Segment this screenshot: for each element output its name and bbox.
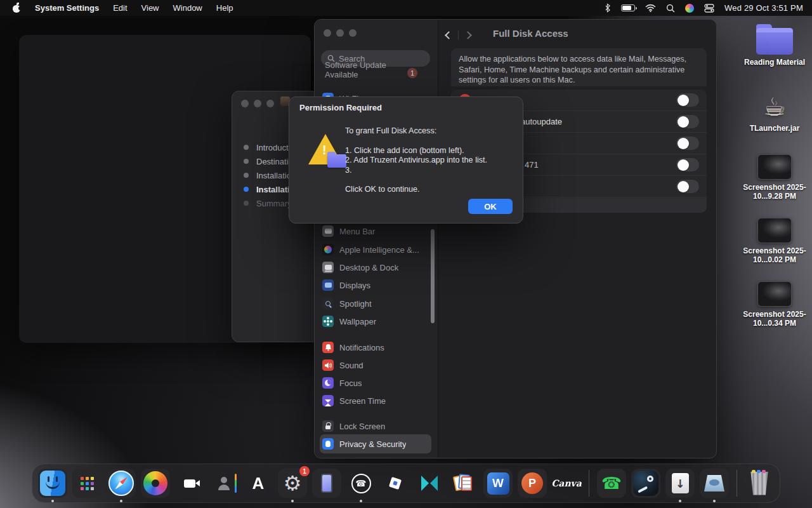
facetime-camera-icon [184,479,195,488]
sidebar-item-privacy-security[interactable]: Privacy & Security [322,436,431,451]
desktop-icon-tlauncher[interactable]: ☕ TLauncher.jar [733,93,812,133]
menu-item-view[interactable]: View [141,3,159,13]
screenshot-thumbnail [757,281,792,307]
canva-icon: Canva [551,478,582,488]
dock-item-phone[interactable]: ☎ [597,469,626,498]
spotlight-icon [322,298,334,309]
sidebar-item-notifications[interactable]: Notifications [322,340,431,355]
dock-divider [737,470,737,497]
zoom-button[interactable] [266,100,274,107]
menu-item-edit[interactable]: Edit [113,3,127,13]
dock-item-canva[interactable]: Canva [552,469,581,498]
desktop-icon-reading-material[interactable]: Reading Material [733,23,812,67]
battery-icon[interactable] [621,4,635,11]
minimize-button[interactable] [254,100,261,107]
dock-item-facetime[interactable] [175,469,204,498]
focus-moon-icon [322,377,334,389]
wallpaper-icon [322,316,334,327]
dock-item-roblox[interactable] [381,469,410,498]
dialog-title: Permission Required [299,103,382,112]
dock-item-contacts[interactable] [209,469,239,498]
menu-bar: System Settings Edit View Window Help We… [0,0,812,16]
dock-item-safari[interactable] [107,469,136,498]
zoom-button[interactable] [349,29,357,37]
desktop-icon-screenshot-3[interactable]: Screenshot 2025-10...0.34 PM [733,281,812,328]
step-bullet [244,159,249,164]
window-controls[interactable] [324,29,357,37]
close-button[interactable] [324,29,331,37]
dock-item-word[interactable]: W [483,469,513,498]
dock-item-launchpad[interactable] [72,469,102,498]
spotlight-icon[interactable] [666,4,675,13]
app-menu-title[interactable]: System Settings [35,3,99,13]
installer-step-installation-type: Installation [244,170,296,180]
access-toggle[interactable] [676,137,699,150]
forward-button[interactable] [464,31,472,39]
menu-item-help[interactable]: Help [216,3,233,13]
close-button[interactable] [241,100,249,107]
siri-icon[interactable] [685,4,694,13]
disk-image-icon [704,475,724,491]
system-settings-window[interactable]: Search Software Update Available 1 Wi-Fi… [314,19,717,458]
access-toggle[interactable] [676,93,699,107]
privacy-security-hand-icon [322,438,334,450]
dock-item-finder[interactable] [38,469,67,498]
safari-compass-icon [108,471,134,496]
dock-item-powerpoint[interactable]: P [518,469,547,498]
access-toggle[interactable] [676,158,699,171]
lock-icon [322,420,334,432]
menu-bar-clock[interactable]: Wed 29 Oct 3:51 PM [724,3,803,13]
minimize-button[interactable] [336,29,344,37]
permission-required-dialog[interactable]: Permission Required ! To grant Full Disk… [289,97,523,224]
desktop-dock-icon [322,262,334,273]
dock-item-whatsapp[interactable]: ☎ [346,469,376,498]
sidebar-item-menu-bar[interactable]: Menu Bar [322,224,431,239]
contacts-icon [209,469,239,498]
installer-step-summary: Summary [244,198,292,208]
dock-item-disk-image[interactable] [700,469,729,498]
sidebar-item-lock-screen[interactable]: Lock Screen [322,418,431,434]
full-disk-access-description: Allow the applications below to access d… [451,48,707,86]
bluetooth-icon[interactable] [605,3,611,13]
desktop-icon-screenshot-2[interactable]: Screenshot 2025-10...0.02 PM [733,218,812,264]
sidebar-scrollbar[interactable] [431,229,435,323]
sidebar-item-displays[interactable]: Displays [322,277,431,293]
dock-item-installer[interactable]: ↓ [665,469,695,498]
window-controls[interactable] [241,100,274,107]
warning-triangle-folder-icon: ! [307,133,348,170]
sidebar-item-desktop-dock[interactable]: Desktop & Dock [322,260,431,275]
sidebar-item-software-update[interactable]: Software Update Available 1 [325,60,433,79]
toggle-knob [678,95,689,106]
sidebar-item-sound[interactable]: Sound [322,358,431,373]
dock-item-photos[interactable] [141,469,170,498]
apple-menu-icon[interactable] [13,3,21,13]
sidebar-item-apple-intelligence[interactable]: Apple Intelligence &... [322,242,431,257]
screen-time-icon [322,395,334,406]
dock-item-trash[interactable] [745,469,774,498]
sidebar-item-screen-time[interactable]: Screen Time [322,393,431,408]
screenshot-thumbnail [757,218,792,243]
access-toggle[interactable] [676,180,699,193]
access-toggle[interactable] [676,115,699,128]
dock-item-iphone-mirroring[interactable] [312,469,341,498]
dock-item-steam[interactable] [631,469,660,498]
control-center-icon[interactable] [704,4,714,13]
back-button[interactable] [445,31,453,39]
settings-content-pane: Full Disk Access Allow the applications … [438,20,716,458]
menu-item-window[interactable]: Window [173,3,202,13]
sidebar-item-spotlight[interactable]: Spotlight [322,296,431,311]
finder-icon [40,471,65,496]
ok-button[interactable]: OK [468,199,513,214]
desktop-icon-screenshot-1[interactable]: Screenshot 2025-10...9.28 PM [733,154,812,201]
sidebar-item-wallpaper[interactable]: Wallpaper [322,314,431,329]
wifi-icon[interactable] [645,4,656,12]
sidebar-item-focus[interactable]: Focus [322,375,431,391]
dock-item-teal-game[interactable] [415,469,444,498]
apple-intelligence-icon [322,244,334,255]
dock-item-documents-app[interactable] [449,469,478,498]
steam-icon [633,471,658,496]
dock-item-app-store[interactable]: A [244,469,273,498]
documents-stack-icon [454,474,473,493]
running-indicator [713,500,716,502]
dock-item-system-settings[interactable]: ⚙1 [278,469,307,498]
